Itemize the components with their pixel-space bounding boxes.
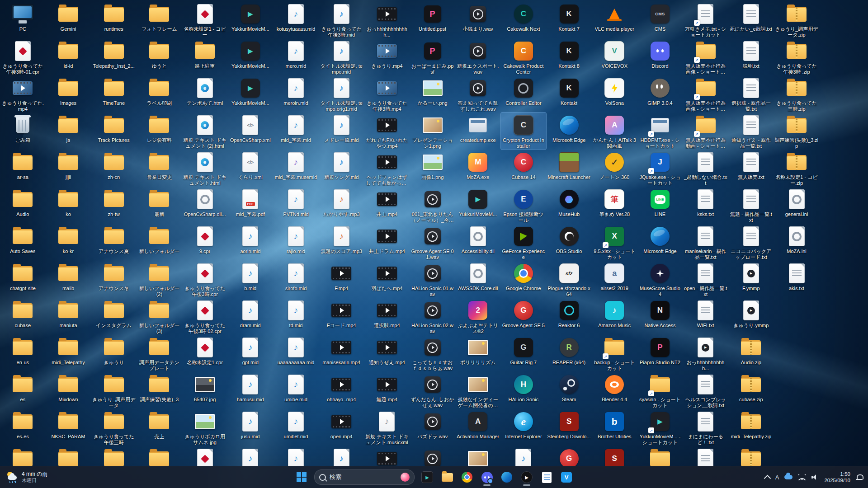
desktop-icon[interactable]: Mixdown — [46, 372, 91, 409]
desktop-icon[interactable]: ↗9.5.xlsx - ショートカット — [592, 224, 637, 261]
desktop-icon[interactable]: Microsoft Edge — [637, 224, 683, 261]
desktop-icon[interactable]: ♪aorin.mid — [227, 224, 273, 261]
desktop-icon[interactable]: 通知うぜえ - 親作品一覧.txt — [728, 113, 774, 150]
desktop-icon[interactable]: ヘルスコンプレッション__歌詞.txt — [683, 372, 728, 409]
desktop-icon[interactable]: 売上 — [137, 409, 182, 446]
desktop-icon[interactable]: ♪わかりやす.mp3 — [319, 187, 364, 224]
desktop-icon[interactable]: アナウンス冬 — [91, 261, 137, 298]
desktop-icon[interactable] — [592, 446, 637, 466]
desktop-icon[interactable]: 説明.txt — [728, 38, 774, 75]
desktop-icon[interactable]: Crypton Product Installer — [501, 113, 547, 150]
taskbar-media-player-button[interactable]: ▶ — [518, 468, 536, 486]
desktop-icon[interactable]: VoiSona — [592, 75, 637, 113]
desktop-icon[interactable] — [455, 446, 501, 466]
desktop-icon[interactable]: Audio.zip — [728, 335, 774, 372]
desktop-icon[interactable]: Steinberg Downlo... — [546, 409, 592, 446]
desktop-icon[interactable]: 孤独なインディーゲーム開発者の一生... — [455, 372, 501, 409]
desktop-icon[interactable]: CMS — [637, 1, 683, 38]
desktop-icon[interactable]: HALion Sonic 02.wav — [410, 298, 455, 335]
desktop-icon[interactable] — [46, 446, 91, 466]
desktop-icon[interactable]: ♪mid_字幕.musemid — [273, 150, 319, 187]
desktop-icon[interactable]: 選択肢 - 親作品一覧.txt — [728, 75, 774, 113]
desktop-icon[interactable]: 営業日変更 — [137, 150, 182, 187]
taskbar-file-explorer-button[interactable] — [438, 468, 456, 486]
desktop-icon[interactable]: ♪td.mid — [273, 298, 319, 335]
onedrive-button[interactable] — [784, 475, 793, 479]
desktop-icon[interactable]: YukkuriMovieM... — [455, 187, 501, 224]
desktop-icon[interactable]: 名称未設定1 - コピー.zip — [774, 150, 820, 187]
desktop-icon[interactable]: アナウンス夏 — [91, 224, 137, 261]
desktop-icon[interactable]: maniuta — [46, 298, 91, 335]
desktop-icon[interactable]: malib — [46, 261, 91, 298]
desktop-icon[interactable]: ♪タイトル未設定. tempo.orig1.mid — [319, 75, 364, 113]
desktop-icon[interactable]: NKSC_PARAM — [46, 409, 91, 446]
search-box[interactable]: 検索 — [314, 469, 415, 485]
desktop-icon[interactable]: きゅうり食ってた午後三時 — [91, 409, 137, 446]
desktop-icon[interactable]: Steam — [546, 372, 592, 409]
desktop-icon[interactable]: きゅうり食ってた午後3時 .zip — [774, 38, 820, 75]
desktop-icon[interactable]: 通知うぜえ.mp4 — [364, 335, 410, 372]
desktop-icon[interactable]: PC — [0, 1, 46, 38]
desktop-icon[interactable]: HALion Sonic — [501, 372, 547, 409]
desktop-icon[interactable]: ずんだもん_しおかぜぇ.wav — [410, 372, 455, 409]
desktop-icon[interactable]: Brother Utilities — [592, 409, 637, 446]
desktop-icon[interactable]: ヘッドフォンはずしてても反かった.mp4 — [364, 150, 410, 187]
desktop-icon[interactable]: Audio — [0, 187, 46, 224]
desktop-icon[interactable]: ♪umibet.mid — [273, 409, 319, 446]
desktop-icon[interactable]: LINE — [637, 187, 683, 224]
desktop-icon[interactable]: Epson 接続診断ツール — [501, 187, 547, 224]
desktop-icon[interactable] — [0, 446, 46, 466]
desktop-icon[interactable]: AWSSDK.Core.dll — [455, 261, 501, 298]
desktop-icon[interactable]: PUntitled.ppsf — [410, 1, 455, 38]
desktop-icon[interactable]: cubase.zip — [728, 372, 774, 409]
taskbar-vscode-button[interactable]: V — [557, 468, 576, 486]
desktop-icon[interactable]: きゅうり.mp4 — [364, 38, 410, 75]
desktop-icon[interactable]: Guitar Rig 7 — [501, 335, 547, 372]
desktop-icon[interactable]: Auto Saves — [0, 224, 46, 261]
desktop-icon[interactable]: Microsoft Edge — [546, 113, 592, 150]
desktop-icon[interactable]: MuseScore Studio 4 — [637, 261, 683, 298]
desktop-icon[interactable]: Kontakt 7 — [546, 1, 592, 38]
desktop-icon[interactable]: 画像1.png — [410, 150, 455, 187]
desktop-icon[interactable]: ↗無人販売不正行為画像 - ショートカット — [683, 75, 728, 113]
desktop-icon[interactable]: ♪PVTNd.mid — [273, 187, 319, 224]
desktop-icon[interactable]: eテンポあて.html — [182, 75, 228, 113]
desktop-icon[interactable]: ♪メドレー風.mid — [319, 113, 364, 150]
desktop-icon[interactable]: ♪jusu.mid — [227, 409, 273, 446]
desktop-icon[interactable]: 調声練習(失敗)_3 — [137, 372, 182, 409]
desktop-icon[interactable]: Minecraft Launcher — [546, 150, 592, 187]
desktop-icon[interactable]: 001_東北きりたん（ノーマル）_今しゃ... — [410, 187, 455, 224]
desktop-icon[interactable]: runtimes — [91, 1, 137, 38]
desktop-icon[interactable]: general.ini — [774, 187, 820, 224]
desktop-icon[interactable] — [364, 446, 410, 466]
desktop-icon[interactable]: ♪タイトル未設定. tempo.mid — [319, 38, 364, 75]
desktop-icon[interactable]: F.mp4 — [319, 261, 364, 298]
desktop-icon[interactable]: </>OpenCvSharp.xml — [227, 113, 273, 150]
desktop-icon[interactable]: manisekarin - 親作品一覧.txt — [683, 224, 728, 261]
taskbar-edge-button[interactable] — [498, 468, 516, 486]
desktop-icon[interactable]: Fコード.mp4 — [319, 298, 364, 335]
desktop-icon[interactable]: OBS Studio — [546, 224, 592, 261]
desktop-icon[interactable]: ksks.txt — [683, 187, 728, 224]
desktop-icon[interactable]: Telepathy_Inst_2... — [91, 38, 137, 75]
desktop-icon[interactable]: ▶おっhhhhhhhhhhh... — [683, 335, 728, 372]
desktop-icon[interactable]: 無人販売.txt — [728, 150, 774, 187]
desktop-icon[interactable]: ♪hamusu.mid — [227, 372, 273, 409]
desktop-icon[interactable] — [410, 446, 455, 466]
desktop-icon[interactable]: 新しいフォルダー (3) — [137, 298, 182, 335]
desktop-icon[interactable]: midi_Telepathy.zip — [728, 409, 774, 446]
desktop-icon[interactable]: VOICEVOX — [592, 38, 637, 75]
desktop-icon[interactable] — [91, 446, 137, 466]
desktop-icon[interactable]: ↗YukkuriMovieM... - ショートカット — [637, 409, 683, 446]
desktop-icon[interactable] — [728, 446, 774, 466]
desktop-icon[interactable]: open - 親作品一覧.txt — [683, 261, 728, 298]
desktop-icon[interactable]: 新しいフォルダー (2) — [137, 261, 182, 298]
desktop-icon[interactable]: Track Pictures — [91, 113, 137, 150]
desktop-icon[interactable]: きゅうり_調声用データ.zip — [774, 1, 820, 38]
taskbar-ymm-button[interactable] — [418, 468, 436, 486]
desktop-icon[interactable]: プレゼンテーション1.png — [410, 113, 455, 150]
desktop-icon[interactable]: ♪rajio.mid — [273, 224, 319, 261]
desktop-icon[interactable]: ぷよぷよ™テトリス®2 — [455, 298, 501, 335]
widgets-button[interactable]: 4 mm の雨 木曜日 — [2, 468, 52, 486]
desktop-icon[interactable]: 65407.jpg — [182, 372, 228, 409]
